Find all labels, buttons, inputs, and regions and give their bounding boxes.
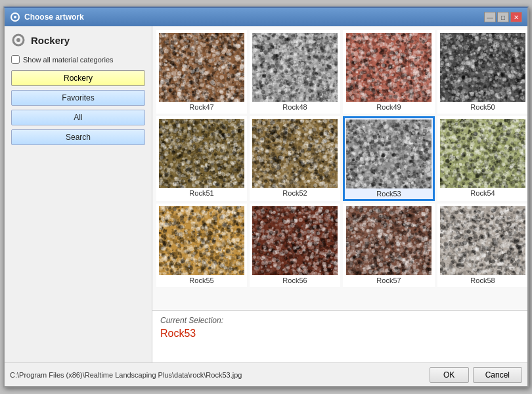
thumb-label: Rock58 bbox=[470, 276, 495, 284]
thumb-label: Rock48 bbox=[282, 103, 307, 111]
thumb-label: Rock47 bbox=[189, 103, 213, 111]
cancel-button[interactable]: Cancel bbox=[473, 367, 522, 383]
footer-buttons: OK Cancel bbox=[430, 367, 522, 383]
thumb-label: Rock57 bbox=[376, 276, 401, 284]
thumb-canvas bbox=[440, 206, 525, 275]
title-bar: Choose artwork — □ ✕ bbox=[5, 8, 527, 26]
category-title: Rockery bbox=[31, 35, 70, 46]
thumb-canvas bbox=[346, 120, 432, 188]
nav-btn-search[interactable]: Search bbox=[11, 129, 145, 145]
thumb-label: Rock55 bbox=[189, 276, 213, 284]
thumb-item[interactable]: Rock56 bbox=[250, 204, 340, 287]
window-icon bbox=[10, 12, 20, 22]
selection-label: Current Selection: bbox=[160, 316, 520, 325]
maximize-button[interactable]: □ bbox=[497, 12, 509, 22]
ok-button[interactable]: OK bbox=[430, 367, 469, 383]
thumb-canvas bbox=[252, 206, 338, 275]
close-button[interactable]: ✕ bbox=[510, 12, 522, 22]
thumb-item[interactable]: Rock52 bbox=[250, 116, 340, 201]
thumb-item[interactable]: Rock50 bbox=[437, 30, 527, 114]
thumb-item[interactable]: Rock49 bbox=[343, 30, 435, 114]
thumb-canvas bbox=[252, 33, 338, 102]
thumb-item[interactable]: Rock47 bbox=[156, 30, 247, 114]
right-panel: Rock47Rock48Rock49Rock50Rock51Rock52Rock… bbox=[152, 26, 527, 362]
thumb-item[interactable]: Rock58 bbox=[437, 204, 527, 287]
thumb-canvas bbox=[346, 206, 432, 275]
file-path: C:\Program Files (x86)\Realtime Landscap… bbox=[10, 371, 242, 379]
thumb-canvas bbox=[440, 119, 525, 188]
thumb-canvas bbox=[159, 206, 244, 275]
thumb-label: Rock54 bbox=[470, 189, 495, 197]
show-all-row: Show all material categories bbox=[11, 55, 145, 64]
rockery-icon bbox=[11, 33, 26, 47]
thumb-label: Rock53 bbox=[376, 190, 401, 198]
nav-btn-favorites[interactable]: Favorites bbox=[11, 90, 145, 106]
thumb-canvas bbox=[440, 33, 525, 102]
thumb-item[interactable]: Rock55 bbox=[156, 204, 247, 287]
footer-bar: C:\Program Files (x86)\Realtime Landscap… bbox=[5, 362, 527, 386]
thumb-label: Rock49 bbox=[376, 103, 401, 111]
thumb-label: Rock51 bbox=[189, 189, 213, 197]
svg-point-1 bbox=[14, 16, 16, 18]
thumb-item[interactable]: Rock57 bbox=[343, 204, 435, 287]
show-all-checkbox[interactable] bbox=[11, 55, 20, 64]
left-panel: Rockery Show all material categories Roc… bbox=[5, 26, 152, 362]
minimize-button[interactable]: — bbox=[484, 12, 496, 22]
thumb-label: Rock56 bbox=[282, 276, 307, 284]
show-all-label: Show all material categories bbox=[23, 56, 114, 64]
window-title: Choose artwork bbox=[24, 12, 84, 22]
thumb-item[interactable]: Rock54 bbox=[437, 116, 527, 201]
nav-btn-rockery[interactable]: Rockery bbox=[11, 70, 145, 86]
nav-btn-all[interactable]: All bbox=[11, 110, 145, 125]
thumb-canvas bbox=[159, 119, 244, 188]
selection-bar: Current Selection: Rock53 bbox=[152, 310, 527, 362]
thumb-canvas bbox=[346, 33, 432, 102]
artwork-grid: Rock47Rock48Rock49Rock50Rock51Rock52Rock… bbox=[152, 26, 527, 310]
thumb-label: Rock50 bbox=[470, 103, 495, 111]
svg-point-3 bbox=[16, 38, 20, 42]
thumb-item[interactable]: Rock48 bbox=[250, 30, 340, 114]
dialog-window: Choose artwork — □ ✕ Rockery Show all ma… bbox=[3, 7, 529, 387]
thumb-canvas bbox=[252, 119, 338, 188]
selection-value: Rock53 bbox=[160, 328, 520, 339]
thumb-canvas bbox=[159, 33, 244, 102]
thumb-label: Rock52 bbox=[282, 189, 307, 197]
dialog-body: Rockery Show all material categories Roc… bbox=[5, 26, 527, 362]
thumb-item[interactable]: Rock51 bbox=[156, 116, 247, 201]
category-header: Rockery bbox=[11, 33, 145, 47]
thumb-item[interactable]: Rock53 bbox=[343, 116, 435, 201]
